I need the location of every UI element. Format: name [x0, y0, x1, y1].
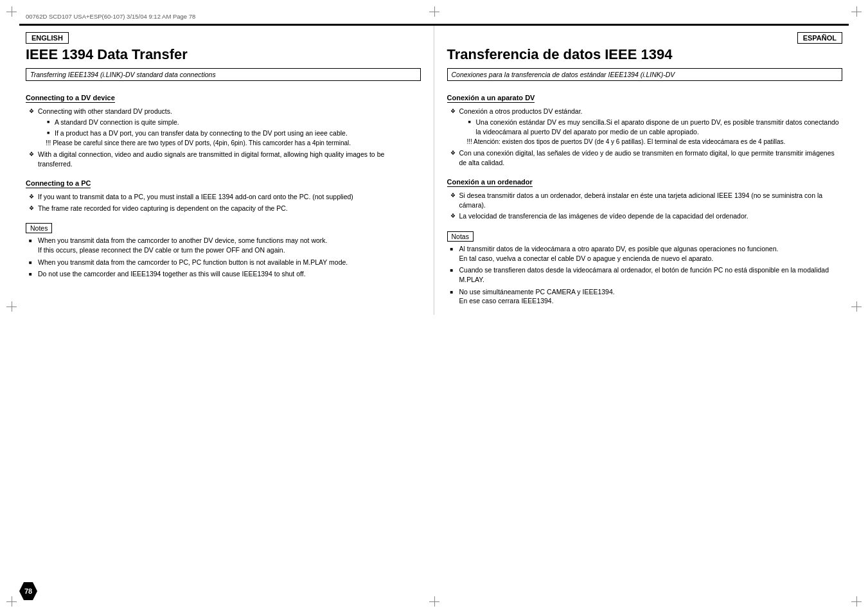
section2-bullets-espanol: Si desea transmitir datos a un ordenador… — [447, 191, 843, 221]
note-excl: !!! Atención: existen dos tipos de puert… — [459, 138, 843, 147]
section1-bullets-english: Connecting with other standard DV produc… — [26, 107, 421, 168]
list-item: Con una conexión digital, las señales de… — [450, 148, 843, 167]
crosshair-mid-right — [851, 301, 862, 312]
page-number: 78 — [19, 582, 37, 600]
section1-heading-english: Connecting to a DV device — [26, 94, 115, 103]
col-english: ENGLISH IEEE 1394 Data Transfer Transfer… — [19, 26, 434, 315]
list-item: When you transmit data from the camcorde… — [29, 258, 421, 267]
list-item: A standard DV connection is quite simple… — [47, 118, 421, 127]
col-espanol: ESPAÑOL Transferencia de datos IEEE 1394… — [434, 26, 849, 315]
section2-heading-english: Connecting to a PC — [26, 179, 91, 188]
notes-list-espanol: Al transmitir datos de la videocámara a … — [447, 244, 843, 306]
main-layout: ENGLISH IEEE 1394 Data Transfer Transfer… — [19, 25, 849, 315]
section1-bullets-espanol: Conexión a otros productos DV estándar. … — [447, 107, 843, 167]
list-item: Conexión a otros productos DV estándar. … — [450, 107, 843, 147]
list-item: Si desea transmitir datos a un ordenador… — [450, 191, 843, 209]
section2-bullets-english: If you want to transmit data to a PC, yo… — [26, 192, 421, 213]
note-excl: !!! Please be careful since there are tw… — [38, 139, 421, 148]
crosshair-bottom-mid — [429, 596, 439, 607]
crosshair-top-right — [851, 6, 862, 17]
crosshair-bottom-right — [851, 596, 862, 607]
section1-heading-espanol: Conexión a un aparato DV — [447, 94, 535, 103]
lang-badge-espanol: ESPAÑOL — [797, 32, 842, 44]
crosshair-mid-left — [6, 301, 17, 312]
sub-bullets: Una conexión estándar DV es muy sencilla… — [459, 118, 843, 136]
page-title-espanol: Transferencia de datos IEEE 1394 — [447, 46, 843, 63]
list-item: No use simultáneamente PC CAMERA y IEEE1… — [450, 287, 843, 306]
notes-label-english: Notes — [26, 223, 52, 233]
list-item: If you want to transmit data to a PC, yo… — [29, 192, 421, 202]
list-item: The frame rate recorded for video captur… — [29, 204, 421, 213]
crosshair-bottom-left — [6, 596, 17, 607]
crosshair-top-mid — [429, 6, 439, 17]
notes-label-espanol: Notas — [447, 231, 474, 242]
sub-bullets: A standard DV connection is quite simple… — [38, 118, 421, 138]
subtitle-english: Transferring IEEE1394 (i.LINK)-DV standa… — [26, 68, 421, 81]
list-item: If a product has a DV port, you can tran… — [47, 129, 421, 138]
list-item: When you transmit data from the camcorde… — [29, 236, 421, 254]
lang-badge-english: ENGLISH — [26, 32, 69, 44]
subtitle-espanol: Conexiones para la transferencia de dato… — [447, 68, 843, 81]
list-item: Al transmitir datos de la videocámara a … — [450, 244, 843, 263]
list-item: Connecting with other standard DV produc… — [29, 107, 421, 148]
list-item: Cuando se transfieren datos desde la vid… — [450, 265, 843, 284]
section2-heading-espanol: Conexión a un ordenador — [447, 178, 533, 187]
page-title-english: IEEE 1394 Data Transfer — [26, 46, 421, 63]
list-item: La velocidad de transferencia de las imá… — [450, 211, 843, 221]
crosshair-top-left — [6, 6, 17, 17]
notes-list-english: When you transmit data from the camcorde… — [26, 236, 421, 279]
list-item: Una conexión estándar DV es muy sencilla… — [468, 118, 843, 136]
list-item: Do not use the camcorder and IEEE1394 to… — [29, 269, 421, 279]
list-item: With a digital connection, video and aud… — [29, 150, 421, 168]
